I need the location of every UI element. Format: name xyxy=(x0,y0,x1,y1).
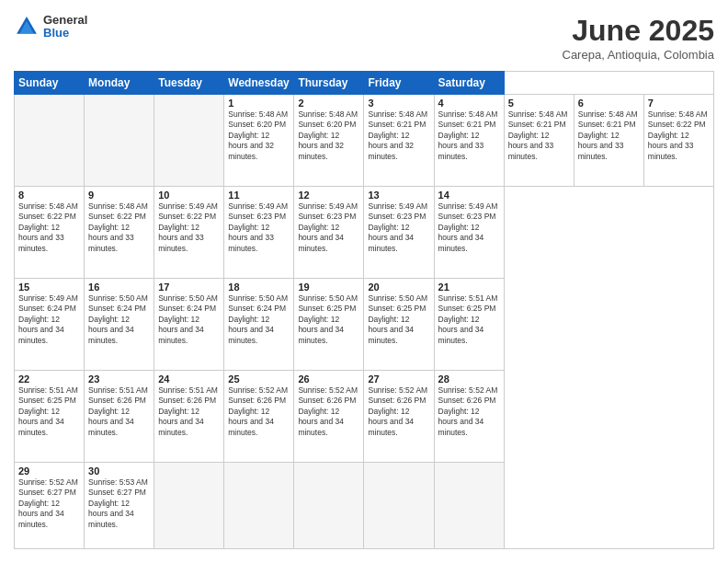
table-row: 17Sunrise: 5:50 AMSunset: 6:24 PMDayligh… xyxy=(154,278,224,370)
table-row xyxy=(15,95,85,187)
table-row: 14Sunrise: 5:49 AMSunset: 6:23 PMDayligh… xyxy=(434,186,504,278)
table-row: 6Sunrise: 5:48 AMSunset: 6:21 PMDaylight… xyxy=(574,95,643,187)
week-row: 1Sunrise: 5:48 AMSunset: 6:20 PMDaylight… xyxy=(15,95,714,187)
day-number: 7 xyxy=(648,98,710,109)
table-row: 12Sunrise: 5:49 AMSunset: 6:23 PMDayligh… xyxy=(294,186,364,278)
day-number: 18 xyxy=(228,282,290,293)
day-info: Sunrise: 5:52 AMSunset: 6:26 PMDaylight:… xyxy=(368,385,429,438)
table-row xyxy=(364,462,434,548)
day-number: 16 xyxy=(88,282,150,293)
day-info: Sunrise: 5:50 AMSunset: 6:25 PMDaylight:… xyxy=(298,293,359,346)
table-row xyxy=(85,95,154,187)
col-tuesday: Tuesday xyxy=(154,72,224,95)
week-row: 22Sunrise: 5:51 AMSunset: 6:25 PMDayligh… xyxy=(15,370,714,462)
week-row: 15Sunrise: 5:49 AMSunset: 6:24 PMDayligh… xyxy=(15,278,714,370)
day-number: 17 xyxy=(158,282,220,293)
table-row: 24Sunrise: 5:51 AMSunset: 6:26 PMDayligh… xyxy=(154,370,224,462)
day-info: Sunrise: 5:52 AMSunset: 6:27 PMDaylight:… xyxy=(18,477,80,530)
table-row: 23Sunrise: 5:51 AMSunset: 6:26 PMDayligh… xyxy=(85,370,154,462)
day-info: Sunrise: 5:50 AMSunset: 6:25 PMDaylight:… xyxy=(368,293,429,346)
table-row: 16Sunrise: 5:50 AMSunset: 6:24 PMDayligh… xyxy=(85,278,154,370)
day-info: Sunrise: 5:49 AMSunset: 6:23 PMDaylight:… xyxy=(438,201,500,254)
table-row: 20Sunrise: 5:50 AMSunset: 6:25 PMDayligh… xyxy=(364,278,434,370)
day-info: Sunrise: 5:49 AMSunset: 6:24 PMDaylight:… xyxy=(18,293,80,346)
col-monday: Monday xyxy=(85,72,154,95)
day-info: Sunrise: 5:51 AMSunset: 6:26 PMDaylight:… xyxy=(158,385,220,438)
day-number: 9 xyxy=(88,190,150,201)
calendar-page: General Blue June 2025 Carepa, Antioquia… xyxy=(0,0,728,563)
col-friday: Friday xyxy=(364,72,434,95)
day-info: Sunrise: 5:48 AMSunset: 6:22 PMDaylight:… xyxy=(648,109,710,162)
logo-general: General xyxy=(43,14,87,27)
day-info: Sunrise: 5:48 AMSunset: 6:22 PMDaylight:… xyxy=(88,201,150,254)
day-info: Sunrise: 5:49 AMSunset: 6:23 PMDaylight:… xyxy=(228,201,290,254)
table-row: 21Sunrise: 5:51 AMSunset: 6:25 PMDayligh… xyxy=(434,278,504,370)
header-row: Sunday Monday Tuesday Wednesday Thursday… xyxy=(15,72,714,95)
day-info: Sunrise: 5:50 AMSunset: 6:24 PMDaylight:… xyxy=(158,293,220,346)
logo-blue: Blue xyxy=(43,27,87,40)
day-number: 25 xyxy=(228,373,290,385)
table-row: 28Sunrise: 5:52 AMSunset: 6:26 PMDayligh… xyxy=(434,370,504,462)
col-thursday: Thursday xyxy=(294,72,364,95)
table-row xyxy=(294,462,364,548)
day-info: Sunrise: 5:51 AMSunset: 6:25 PMDaylight:… xyxy=(438,293,500,346)
table-row: 26Sunrise: 5:52 AMSunset: 6:26 PMDayligh… xyxy=(294,370,364,462)
day-info: Sunrise: 5:50 AMSunset: 6:24 PMDaylight:… xyxy=(228,293,290,346)
day-info: Sunrise: 5:48 AMSunset: 6:20 PMDaylight:… xyxy=(228,109,290,162)
day-number: 26 xyxy=(298,373,359,385)
day-number: 23 xyxy=(88,373,150,385)
table-row: 27Sunrise: 5:52 AMSunset: 6:26 PMDayligh… xyxy=(364,370,434,462)
table-row: 9Sunrise: 5:48 AMSunset: 6:22 PMDaylight… xyxy=(85,186,154,278)
col-saturday: Saturday xyxy=(434,72,504,95)
col-wednesday: Wednesday xyxy=(224,72,294,95)
day-info: Sunrise: 5:50 AMSunset: 6:24 PMDaylight:… xyxy=(88,293,150,346)
day-number: 21 xyxy=(438,282,500,293)
calendar-header: Sunday Monday Tuesday Wednesday Thursday… xyxy=(15,72,714,95)
day-number: 2 xyxy=(298,98,359,109)
table-row: 8Sunrise: 5:48 AMSunset: 6:22 PMDaylight… xyxy=(15,186,85,278)
table-row: 25Sunrise: 5:52 AMSunset: 6:26 PMDayligh… xyxy=(224,370,294,462)
day-number: 1 xyxy=(228,98,290,109)
week-row: 8Sunrise: 5:48 AMSunset: 6:22 PMDaylight… xyxy=(15,186,714,278)
logo-text: General Blue xyxy=(43,14,87,40)
day-number: 11 xyxy=(228,190,290,201)
title-section: June 2025 Carepa, Antioquia, Colombia xyxy=(563,14,715,62)
day-number: 6 xyxy=(578,98,640,109)
col-sunday: Sunday xyxy=(15,72,85,95)
day-info: Sunrise: 5:48 AMSunset: 6:21 PMDaylight:… xyxy=(578,109,640,162)
day-info: Sunrise: 5:48 AMSunset: 6:21 PMDaylight:… xyxy=(438,109,500,162)
day-info: Sunrise: 5:52 AMSunset: 6:26 PMDaylight:… xyxy=(228,385,290,438)
day-number: 24 xyxy=(158,373,220,385)
day-info: Sunrise: 5:51 AMSunset: 6:26 PMDaylight:… xyxy=(88,385,150,438)
day-number: 14 xyxy=(438,190,500,201)
day-number: 13 xyxy=(368,190,429,201)
day-number: 28 xyxy=(438,373,500,385)
logo-icon xyxy=(14,14,40,40)
month-title: June 2025 xyxy=(563,14,715,48)
table-row: 7Sunrise: 5:48 AMSunset: 6:22 PMDaylight… xyxy=(643,95,713,187)
header: General Blue June 2025 Carepa, Antioquia… xyxy=(14,14,714,62)
table-row: 18Sunrise: 5:50 AMSunset: 6:24 PMDayligh… xyxy=(224,278,294,370)
day-number: 27 xyxy=(368,373,429,385)
day-info: Sunrise: 5:48 AMSunset: 6:21 PMDaylight:… xyxy=(368,109,429,162)
day-number: 30 xyxy=(88,465,150,477)
table-row: 3Sunrise: 5:48 AMSunset: 6:21 PMDaylight… xyxy=(364,95,434,187)
day-info: Sunrise: 5:53 AMSunset: 6:27 PMDaylight:… xyxy=(88,477,150,530)
day-info: Sunrise: 5:52 AMSunset: 6:26 PMDaylight:… xyxy=(298,385,359,438)
table-row: 19Sunrise: 5:50 AMSunset: 6:25 PMDayligh… xyxy=(294,278,364,370)
table-row: 13Sunrise: 5:49 AMSunset: 6:23 PMDayligh… xyxy=(364,186,434,278)
calendar-table: Sunday Monday Tuesday Wednesday Thursday… xyxy=(14,71,714,549)
table-row: 30Sunrise: 5:53 AMSunset: 6:27 PMDayligh… xyxy=(85,462,154,548)
table-row: 29Sunrise: 5:52 AMSunset: 6:27 PMDayligh… xyxy=(15,462,85,548)
day-number: 8 xyxy=(18,190,80,201)
day-number: 4 xyxy=(438,98,500,109)
table-row: 2Sunrise: 5:48 AMSunset: 6:20 PMDaylight… xyxy=(294,95,364,187)
day-number: 5 xyxy=(508,98,570,109)
table-row: 15Sunrise: 5:49 AMSunset: 6:24 PMDayligh… xyxy=(15,278,85,370)
logo: General Blue xyxy=(14,14,87,40)
day-number: 10 xyxy=(158,190,220,201)
day-number: 15 xyxy=(18,282,80,293)
day-info: Sunrise: 5:52 AMSunset: 6:26 PMDaylight:… xyxy=(438,385,500,438)
location: Carepa, Antioquia, Colombia xyxy=(563,48,715,62)
day-number: 22 xyxy=(18,373,80,385)
